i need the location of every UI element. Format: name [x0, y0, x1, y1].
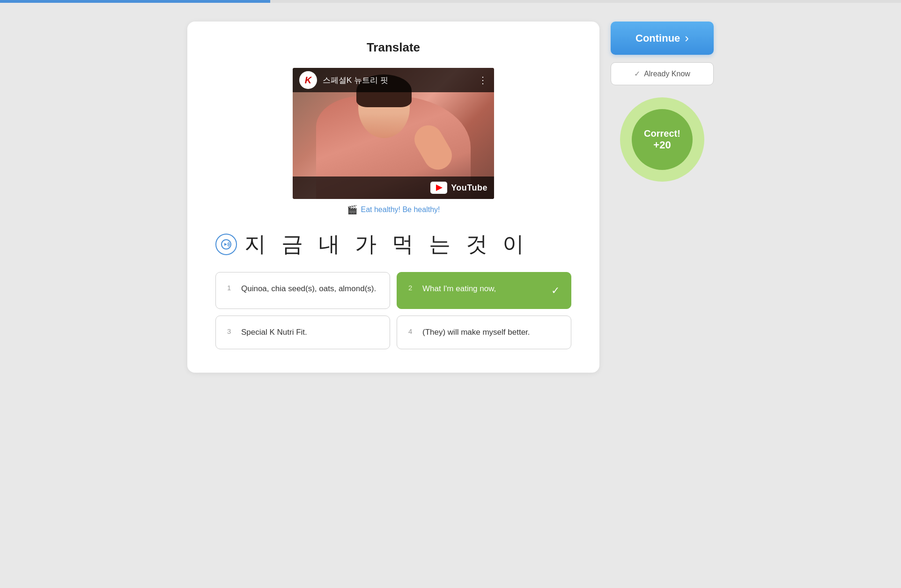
video-bottom-bar: YouTube	[293, 176, 494, 199]
answer-number-2: 2	[408, 283, 416, 294]
answer-number-4: 4	[408, 326, 416, 337]
answer-text-3: Special K Nutri Fit.	[241, 326, 378, 338]
caption-text: Eat healthy! Be healthy!	[361, 206, 440, 214]
korean-sentence-row: 지 금 내 가 먹 는 것 이	[215, 230, 571, 259]
continue-label: Continue	[635, 32, 680, 44]
correct-check-icon: ✓	[551, 283, 560, 298]
video-title-text: 스페셜K 뉴트리 핏	[323, 75, 473, 86]
correct-points: +20	[653, 139, 671, 151]
caption-icon: 🎬	[347, 205, 357, 215]
video-menu-dots-icon[interactable]: ⋮	[478, 74, 487, 86]
answer-text-4: (They) will make myself better.	[422, 326, 560, 338]
play-triangle-icon	[436, 184, 443, 191]
main-card: Translate K 스페셜K 뉴트리 핏 ⋮	[187, 22, 599, 373]
video-top-bar: K 스페셜K 뉴트리 핏 ⋮	[293, 68, 494, 92]
speaker-icon	[221, 239, 231, 250]
answer-number-1: 1	[227, 283, 235, 294]
continue-button[interactable]: Continue ›	[611, 22, 714, 55]
video-caption: 🎬 Eat healthy! Be healthy!	[347, 205, 440, 215]
already-know-label: Already Know	[644, 70, 690, 78]
audio-button[interactable]	[215, 234, 237, 255]
answer-card-3[interactable]: 3 Special K Nutri Fit.	[215, 316, 390, 349]
answer-text-2: What I'm eating now,	[422, 283, 545, 295]
answer-text-1: Quinoa, chia seed(s), oats, almond(s).	[241, 283, 378, 295]
answer-number-3: 3	[227, 326, 235, 337]
answer-card-4[interactable]: 4 (They) will make myself better.	[397, 316, 571, 349]
correct-label: Correct!	[644, 128, 680, 139]
answer-card-1[interactable]: 1 Quinoa, chia seed(s), oats, almond(s).	[215, 272, 390, 309]
answers-grid: 1 Quinoa, chia seed(s), oats, almond(s).…	[215, 272, 571, 349]
page-layout: Translate K 스페셜K 뉴트리 핏 ⋮	[0, 3, 901, 391]
video-thumbnail[interactable]: K 스페셜K 뉴트리 핏 ⋮ YouTube	[293, 68, 494, 199]
correct-badge: Correct! +20	[620, 97, 704, 182]
progress-bar-container	[0, 0, 901, 3]
korean-sentence: 지 금 내 가 먹 는 것 이	[244, 230, 529, 259]
video-logo: K	[299, 71, 317, 89]
youtube-play-button[interactable]	[430, 182, 447, 194]
card-title: Translate	[215, 40, 571, 55]
sidebar: Continue › ✓ Already Know Correct! +20	[611, 22, 714, 182]
already-know-button[interactable]: ✓ Already Know	[611, 62, 714, 85]
already-know-check-icon: ✓	[634, 69, 640, 78]
correct-badge-inner: Correct! +20	[632, 109, 693, 170]
answer-card-2[interactable]: 2 What I'm eating now, ✓	[397, 272, 571, 309]
youtube-label: YouTube	[451, 183, 487, 193]
continue-arrow-icon: ›	[685, 31, 689, 45]
progress-bar-fill	[0, 0, 270, 3]
video-container: K 스페셜K 뉴트리 핏 ⋮ YouTube 🎬 Eat healthy! Be…	[215, 68, 571, 215]
svg-marker-1	[224, 243, 227, 246]
video-logo-letter: K	[305, 75, 311, 86]
